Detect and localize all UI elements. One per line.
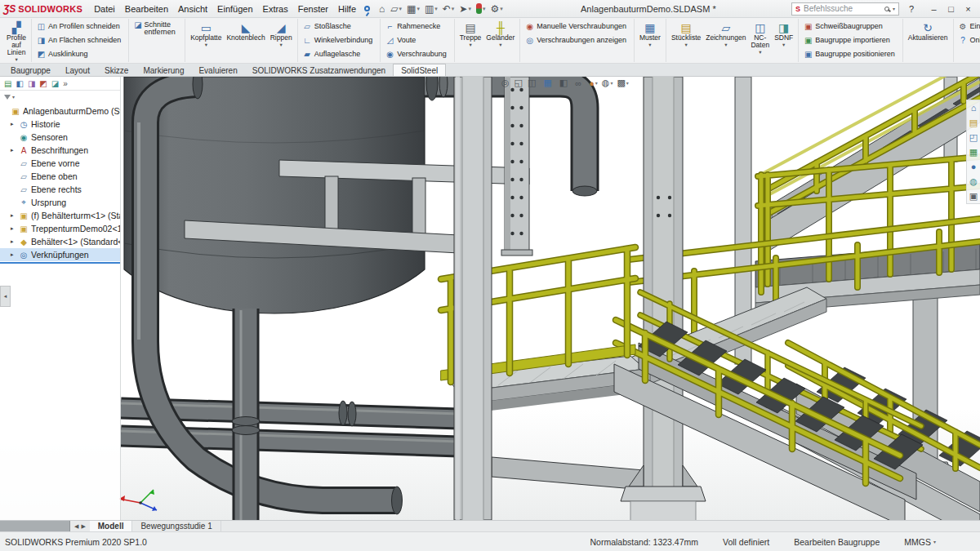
ribbon-small-button[interactable]: ▰Auflagelasche [301,47,378,60]
minimize-button[interactable]: – [925,2,942,16]
horizontal-scrollbar-thumb[interactable] [0,521,70,531]
ribbon-small-button[interactable]: ⌐Rahmenecke [383,20,452,33]
front-column[interactable] [454,77,492,520]
menu-item[interactable]: Extras [258,2,293,16]
ribbon-big-button[interactable]: ▞Profile auf Linien▾ [4,20,29,61]
command-manager-tab[interactable]: Evaluieren [191,64,244,76]
ribbon-small-button[interactable]: ◎Verschraubungen anzeigen [523,33,631,47]
custom-properties-icon[interactable]: ▣ [969,191,978,201]
view-palette-icon[interactable]: ▦ [969,147,978,157]
view-settings-icon[interactable]: ▩ ▾ [615,78,630,88]
feature-tree-item[interactable]: ▸ ▣ (f) Behälterturm<1> (Standard<A [0,209,120,222]
section-view-icon[interactable]: ◫ ▾ [526,78,541,88]
close-button[interactable]: × [960,2,977,16]
apply-scene-icon[interactable]: ◍ ▾ [600,78,615,88]
featuremanager-tab-icon[interactable]: ▤ [4,79,11,88]
edit-appearance-icon[interactable]: ● ▾ [587,78,599,88]
search-dropdown-icon[interactable]: ▾ [893,6,895,11]
command-manager-tab[interactable]: Markierung [136,64,191,76]
options-icon[interactable]: ⚙ ▾ [488,2,505,16]
ribbon-big-button[interactable]: ╫Geländer▾ [483,20,517,61]
command-search-box[interactable]: S Befehlssuche ▾ [791,2,899,16]
zoom-area-icon[interactable]: ◱ [513,78,525,88]
3d-viewport[interactable] [0,77,980,520]
tab-scroll-right-icon[interactable]: ▶ [81,523,85,530]
expand-arrow-icon[interactable]: ▸ [11,225,16,232]
ribbon-small-button[interactable]: ◪Schnitte entfernen [131,20,182,36]
ribbon-big-button[interactable]: ▦Muster▾ [637,20,663,61]
ribbon-small-button[interactable]: ?Online-Hilfe [956,33,980,47]
ribbon-small-button[interactable]: ▣Baugruppe importieren [801,33,900,47]
displaymanager-tab-icon[interactable]: ◪ [51,79,59,88]
expand-arrow-icon[interactable]: ▸ [11,147,16,153]
menu-item[interactable]: Fenster [293,2,333,16]
configurationmanager-tab-icon[interactable]: ◨ [28,79,35,88]
ribbon-big-button[interactable]: ◢Rippen▾ [268,20,295,61]
hide-show-items-icon[interactable]: ∞ ▾ [573,78,586,88]
filter-icon[interactable] [4,95,11,100]
zoom-fit-icon[interactable]: ◎ [500,78,512,88]
feature-tree-item[interactable]: ▱ Ebene rechts [0,183,120,196]
propertymanager-tab-icon[interactable]: ◧ [16,79,23,88]
solidworks-resources-icon[interactable]: ⌂ [971,103,977,113]
expand-arrow-icon[interactable]: ▸ [11,121,16,127]
expand-arrow-icon[interactable]: ▸ [11,238,16,245]
menu-item[interactable]: Hilfe [333,2,361,16]
ribbon-big-button[interactable]: ▭Kopfplatte▾ [188,20,224,61]
ribbon-small-button[interactable]: ▣Schweißbaugruppen [801,20,900,33]
save-icon[interactable]: ▦ ▾ [404,2,422,16]
feature-tree-item[interactable]: ▱ Ebene oben [0,170,120,183]
tab-scroll-left-icon[interactable]: ◀ [74,523,78,530]
tree-rollback-bar[interactable] [0,262,120,264]
feature-tree-item[interactable]: ▣ AnlagenbauturmDemo (Standard<An [0,104,120,118]
ribbon-small-button[interactable]: ▱Stoßlasche [301,20,378,33]
feature-tree-item[interactable]: ⌖ Ursprung [0,196,120,209]
feature-tree-item[interactable]: ◉ Sensoren [0,131,120,144]
ribbon-small-button[interactable]: ◫An Profilen schneiden [34,20,126,33]
ribbon-big-button[interactable]: ▤Stückliste▾ [669,20,703,61]
rebuild-icon[interactable]: ▾ [474,2,488,15]
command-manager-tab[interactable]: SOLIDWORKS Zusatzanwendungen [245,64,393,76]
tank-vessel[interactable] [124,77,425,313]
scenes-icon[interactable]: ◍ [969,176,978,186]
panel-tabs-overflow-icon[interactable]: » [63,79,68,88]
design-library-icon[interactable]: ▤ [969,118,978,127]
panel-collapse-handle[interactable]: ◂ [0,286,11,307]
dimxpertmanager-tab-icon[interactable]: ◩ [39,79,47,88]
command-manager-tab[interactable]: Skizze [97,64,136,76]
help-button[interactable]: ? [904,4,919,14]
print-icon[interactable]: ▥ ▾ [422,2,440,16]
feature-tree-item[interactable]: ▸ ▣ TreppenturmDemo02<1> (Standa [0,222,120,235]
file-explorer-icon[interactable]: ◰ [969,132,978,142]
ribbon-small-button[interactable]: ∟Winkelverbindung [301,33,378,47]
feature-tree-item[interactable]: ▸ ◆ Behälter<1> (Standard<Anzeigest [0,235,120,248]
menu-item[interactable]: Ansicht [173,2,212,16]
menu-item[interactable]: Einfügen [212,2,257,16]
ribbon-big-button[interactable]: ▤Treppe▾ [457,20,484,61]
ribbon-small-button[interactable]: ◨An Flächen schneiden [34,33,126,47]
ribbon-small-button[interactable]: ◿Voute [383,33,452,47]
view-orientation-icon[interactable]: ▦ ▾ [541,78,556,88]
ribbon-big-button[interactable]: ◨SDNF▾ [772,20,795,61]
open-icon[interactable]: ▱ ▾ [388,2,404,16]
ribbon-big-button[interactable]: ◣Knotenblech [224,20,267,61]
appearances-icon[interactable]: ● [971,162,977,171]
ribbon-big-button[interactable]: ▱Zeichnungen▾ [703,20,748,61]
expand-arrow-icon[interactable]: ▸ [11,212,16,219]
feature-tree-item[interactable]: ▸ ◎ Verknüpfungen [0,248,120,261]
display-style-icon[interactable]: ◧ ▾ [558,78,572,88]
select-icon[interactable]: ➤ ▾ [457,2,474,16]
ribbon-small-button[interactable]: ◉Manuelle Verschraubungen [523,20,631,33]
menu-item[interactable]: Bearbeiten [120,2,173,16]
feature-tree-item[interactable]: ▱ Ebene vorne [0,157,120,170]
filter-dropdown-icon[interactable]: ▾ [12,94,15,100]
feature-tree-item[interactable]: ▸ A Beschriftungen [0,144,120,157]
feature-tree-item[interactable]: ▸ ◷ Historie [0,118,120,131]
home-icon[interactable]: ⌂ [376,2,388,16]
ribbon-big-button[interactable]: ◫NC-Daten▾ [748,20,772,61]
command-manager-tab[interactable]: Baugruppe [3,64,58,76]
document-tab[interactable]: Bewegungsstudie 1 [132,521,220,531]
ribbon-small-button[interactable]: ◩Ausklinkung [34,47,126,60]
ribbon-small-button[interactable]: ⚙Einstellungen [956,20,980,33]
command-manager-tab[interactable]: Layout [58,64,97,76]
